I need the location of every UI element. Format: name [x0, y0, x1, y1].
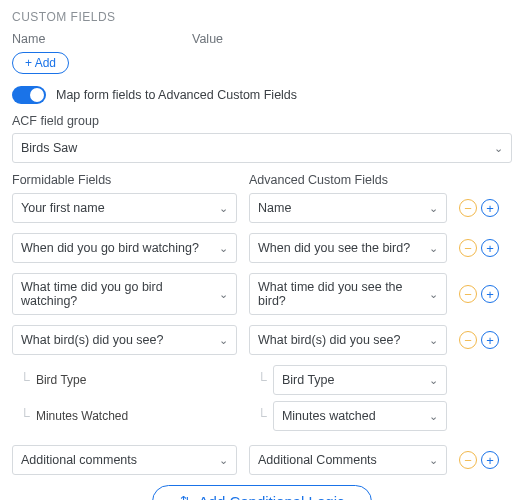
sub-map-row: └Minutes Watched└Minutes watched⌄: [12, 401, 512, 431]
tree-icon: └: [257, 372, 267, 388]
acf-subfield-value: Minutes watched: [282, 409, 376, 423]
acf-field-value: What bird(s) did you see?: [258, 333, 400, 347]
acf-toggle-label: Map form fields to Advanced Custom Field…: [56, 88, 297, 102]
chevron-down-icon: ⌄: [429, 242, 438, 255]
chevron-down-icon: ⌄: [429, 334, 438, 347]
mapping-col-labels: Formidable Fields Advanced Custom Fields: [12, 173, 512, 187]
sub-left-label: Minutes Watched: [36, 409, 128, 423]
chevron-down-icon: ⌄: [219, 288, 228, 301]
acf-field-value: What time did you see the bird?: [258, 280, 429, 308]
chevron-down-icon: ⌄: [219, 454, 228, 467]
formidable-field-value: When did you go bird watching?: [21, 241, 199, 255]
row-actions: − +: [459, 451, 499, 469]
tree-icon: └: [257, 408, 267, 424]
chevron-down-icon: ⌄: [219, 202, 228, 215]
sub-right-wrap: └Minutes watched⌄: [249, 401, 447, 431]
remove-row-icon[interactable]: −: [459, 199, 477, 217]
acf-field-select[interactable]: Additional Comments ⌄: [249, 445, 447, 475]
add-button-label: + Add: [25, 56, 56, 70]
toggle-knob: [30, 88, 44, 102]
acf-field-select[interactable]: When did you see the bird?⌄: [249, 233, 447, 263]
acf-toggle-row: Map form fields to Advanced Custom Field…: [12, 86, 512, 104]
remove-row-icon[interactable]: −: [459, 239, 477, 257]
acf-field-value: Additional Comments: [258, 453, 377, 467]
col-right-label: Advanced Custom Fields: [249, 173, 512, 187]
acf-field-select[interactable]: What time did you see the bird?⌄: [249, 273, 447, 315]
add-row-icon[interactable]: +: [481, 239, 499, 257]
map-row: Additional comments ⌄ Additional Comment…: [12, 445, 512, 475]
custom-fields-header: Name Value: [12, 32, 512, 46]
add-button[interactable]: + Add: [12, 52, 69, 74]
col-left-label: Formidable Fields: [12, 173, 237, 187]
chevron-down-icon: ⌄: [429, 410, 438, 423]
acf-group-label: ACF field group: [12, 114, 512, 128]
map-row: Your first name⌄Name⌄−+: [12, 193, 512, 223]
remove-row-icon[interactable]: −: [459, 331, 477, 349]
formidable-field-select[interactable]: Additional comments ⌄: [12, 445, 237, 475]
formidable-field-value: What time did you go bird watching?: [21, 280, 219, 308]
add-row-icon[interactable]: +: [481, 199, 499, 217]
chevron-down-icon: ⌄: [429, 374, 438, 387]
acf-group-value: Birds Saw: [21, 141, 77, 155]
acf-group-block: ACF field group Birds Saw ⌄: [12, 114, 512, 163]
tree-icon: └: [20, 372, 30, 388]
acf-field-value: Name: [258, 201, 291, 215]
chevron-down-icon: ⌄: [429, 202, 438, 215]
cond-button-label: Add Conditional Logic: [199, 493, 345, 500]
formidable-field-value: What bird(s) did you see?: [21, 333, 163, 347]
formidable-field-value: Additional comments: [21, 453, 137, 467]
header-value: Value: [192, 32, 372, 46]
formidable-field-select[interactable]: What bird(s) did you see?⌄: [12, 325, 237, 355]
row-actions: −+: [459, 331, 499, 349]
formidable-field-select[interactable]: What time did you go bird watching?⌄: [12, 273, 237, 315]
chevron-down-icon: ⌄: [219, 334, 228, 347]
map-row: What bird(s) did you see?⌄What bird(s) d…: [12, 325, 512, 355]
acf-group-select[interactable]: Birds Saw ⌄: [12, 133, 512, 163]
sub-left-label: Bird Type: [36, 373, 86, 387]
acf-subfield-select[interactable]: Minutes watched⌄: [273, 401, 447, 431]
add-row-icon[interactable]: +: [481, 285, 499, 303]
chevron-down-icon: ⌄: [494, 142, 503, 155]
row-actions: −+: [459, 285, 499, 303]
section-title: CUSTOM FIELDS: [12, 10, 512, 24]
sub-left: └Bird Type: [12, 372, 237, 388]
shuffle-icon: ⇅: [180, 494, 191, 500]
chevron-down-icon: ⌄: [429, 288, 438, 301]
formidable-field-select[interactable]: Your first name⌄: [12, 193, 237, 223]
acf-field-select[interactable]: Name⌄: [249, 193, 447, 223]
header-name: Name: [12, 32, 192, 46]
acf-field-value: When did you see the bird?: [258, 241, 410, 255]
add-conditional-logic-button[interactable]: ⇅ Add Conditional Logic: [152, 485, 372, 500]
acf-field-select[interactable]: What bird(s) did you see?⌄: [249, 325, 447, 355]
row-actions: −+: [459, 239, 499, 257]
map-row: When did you go bird watching?⌄When did …: [12, 233, 512, 263]
formidable-field-select[interactable]: When did you go bird watching?⌄: [12, 233, 237, 263]
add-row-icon[interactable]: +: [481, 331, 499, 349]
sub-left: └Minutes Watched: [12, 408, 237, 424]
sub-map-row: └Bird Type└Bird Type⌄: [12, 365, 512, 395]
remove-row-icon[interactable]: −: [459, 451, 477, 469]
chevron-down-icon: ⌄: [219, 242, 228, 255]
formidable-field-value: Your first name: [21, 201, 105, 215]
row-actions: −+: [459, 199, 499, 217]
acf-subfield-select[interactable]: Bird Type⌄: [273, 365, 447, 395]
map-row: What time did you go bird watching?⌄What…: [12, 273, 512, 315]
add-row-icon[interactable]: +: [481, 451, 499, 469]
sub-right-wrap: └Bird Type⌄: [249, 365, 447, 395]
acf-subfield-value: Bird Type: [282, 373, 335, 387]
tree-icon: └: [20, 408, 30, 424]
chevron-down-icon: ⌄: [429, 454, 438, 467]
remove-row-icon[interactable]: −: [459, 285, 477, 303]
acf-toggle[interactable]: [12, 86, 46, 104]
